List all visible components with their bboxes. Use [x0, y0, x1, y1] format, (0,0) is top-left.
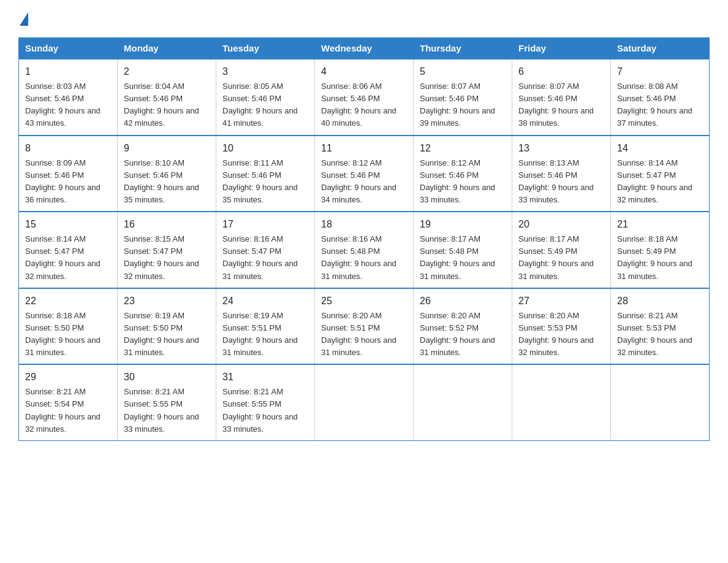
calendar-cell: 15Sunrise: 8:14 AMSunset: 5:47 PMDayligh…	[19, 212, 118, 288]
day-number: 18	[321, 217, 407, 232]
day-info: Sunrise: 8:19 AMSunset: 5:51 PMDaylight:…	[222, 310, 308, 359]
day-info: Sunrise: 8:14 AMSunset: 5:47 PMDaylight:…	[25, 233, 111, 283]
calendar-cell: 18Sunrise: 8:16 AMSunset: 5:48 PMDayligh…	[315, 212, 414, 288]
day-number: 19	[420, 217, 506, 232]
calendar-cell: 26Sunrise: 8:20 AMSunset: 5:52 PMDayligh…	[414, 288, 512, 365]
calendar-week-row: 1Sunrise: 8:03 AMSunset: 5:46 PMDaylight…	[19, 59, 710, 136]
day-number: 26	[420, 294, 506, 308]
day-number: 4	[321, 64, 407, 79]
logo-triangle-icon	[20, 12, 28, 26]
calendar-cell	[414, 364, 512, 440]
column-header-wednesday: Wednesday	[315, 38, 414, 59]
day-info: Sunrise: 8:17 AMSunset: 5:49 PMDaylight:…	[518, 233, 604, 283]
day-info: Sunrise: 8:10 AMSunset: 5:46 PMDaylight:…	[124, 157, 210, 207]
day-number: 20	[518, 217, 604, 232]
day-number: 11	[321, 141, 407, 156]
calendar-cell: 19Sunrise: 8:17 AMSunset: 5:48 PMDayligh…	[414, 212, 512, 288]
day-info: Sunrise: 8:16 AMSunset: 5:48 PMDaylight:…	[321, 233, 407, 283]
calendar-cell: 25Sunrise: 8:20 AMSunset: 5:51 PMDayligh…	[315, 288, 414, 365]
calendar-week-row: 22Sunrise: 8:18 AMSunset: 5:50 PMDayligh…	[19, 288, 710, 365]
day-info: Sunrise: 8:21 AMSunset: 5:53 PMDaylight:…	[617, 310, 703, 359]
calendar-cell	[315, 364, 414, 440]
column-header-tuesday: Tuesday	[216, 38, 315, 59]
day-info: Sunrise: 8:07 AMSunset: 5:46 PMDaylight:…	[518, 80, 604, 130]
day-info: Sunrise: 8:06 AMSunset: 5:46 PMDaylight:…	[321, 80, 407, 130]
day-info: Sunrise: 8:11 AMSunset: 5:46 PMDaylight:…	[222, 157, 308, 207]
day-info: Sunrise: 8:20 AMSunset: 5:51 PMDaylight:…	[321, 310, 407, 359]
calendar-cell: 22Sunrise: 8:18 AMSunset: 5:50 PMDayligh…	[19, 288, 118, 365]
calendar-cell: 14Sunrise: 8:14 AMSunset: 5:47 PMDayligh…	[611, 136, 710, 212]
day-number: 12	[420, 141, 506, 156]
day-number: 3	[222, 64, 308, 79]
column-header-friday: Friday	[512, 38, 611, 59]
day-info: Sunrise: 8:03 AMSunset: 5:46 PMDaylight:…	[25, 80, 111, 130]
calendar-cell: 5Sunrise: 8:07 AMSunset: 5:46 PMDaylight…	[414, 59, 512, 136]
calendar-cell: 29Sunrise: 8:21 AMSunset: 5:54 PMDayligh…	[19, 364, 118, 440]
calendar-cell: 24Sunrise: 8:19 AMSunset: 5:51 PMDayligh…	[216, 288, 315, 365]
day-info: Sunrise: 8:21 AMSunset: 5:55 PMDaylight:…	[222, 386, 308, 435]
calendar-cell: 9Sunrise: 8:10 AMSunset: 5:46 PMDaylight…	[118, 136, 216, 212]
calendar-cell: 23Sunrise: 8:19 AMSunset: 5:50 PMDayligh…	[118, 288, 216, 365]
day-info: Sunrise: 8:21 AMSunset: 5:54 PMDaylight:…	[25, 386, 111, 435]
day-number: 8	[25, 141, 111, 156]
calendar-cell: 11Sunrise: 8:12 AMSunset: 5:46 PMDayligh…	[315, 136, 414, 212]
day-number: 28	[617, 294, 703, 308]
day-info: Sunrise: 8:14 AMSunset: 5:47 PMDaylight:…	[617, 157, 703, 207]
day-number: 29	[25, 370, 111, 385]
calendar-cell: 7Sunrise: 8:08 AMSunset: 5:46 PMDaylight…	[611, 59, 710, 136]
column-header-saturday: Saturday	[611, 38, 710, 59]
day-number: 10	[222, 141, 308, 156]
page-header	[18, 12, 710, 26]
day-info: Sunrise: 8:18 AMSunset: 5:50 PMDaylight:…	[25, 310, 111, 359]
calendar-cell: 21Sunrise: 8:18 AMSunset: 5:49 PMDayligh…	[611, 212, 710, 288]
day-info: Sunrise: 8:20 AMSunset: 5:53 PMDaylight:…	[518, 310, 604, 359]
calendar-cell: 20Sunrise: 8:17 AMSunset: 5:49 PMDayligh…	[512, 212, 611, 288]
logo	[18, 12, 29, 26]
calendar-cell: 17Sunrise: 8:16 AMSunset: 5:47 PMDayligh…	[216, 212, 315, 288]
day-number: 13	[518, 141, 604, 156]
calendar-cell	[611, 364, 710, 440]
calendar-cell	[512, 364, 611, 440]
day-number: 7	[617, 64, 703, 79]
column-header-monday: Monday	[118, 38, 216, 59]
day-info: Sunrise: 8:21 AMSunset: 5:55 PMDaylight:…	[124, 386, 210, 435]
column-header-sunday: Sunday	[19, 38, 118, 59]
calendar-cell: 12Sunrise: 8:12 AMSunset: 5:46 PMDayligh…	[414, 136, 512, 212]
day-info: Sunrise: 8:07 AMSunset: 5:46 PMDaylight:…	[420, 80, 506, 130]
day-info: Sunrise: 8:19 AMSunset: 5:50 PMDaylight:…	[124, 310, 210, 359]
day-number: 23	[124, 294, 210, 308]
calendar-cell: 4Sunrise: 8:06 AMSunset: 5:46 PMDaylight…	[315, 59, 414, 136]
day-info: Sunrise: 8:12 AMSunset: 5:46 PMDaylight:…	[321, 157, 407, 207]
day-info: Sunrise: 8:16 AMSunset: 5:47 PMDaylight:…	[222, 233, 308, 283]
day-number: 1	[25, 64, 111, 79]
day-info: Sunrise: 8:09 AMSunset: 5:46 PMDaylight:…	[25, 157, 111, 207]
day-number: 16	[124, 217, 210, 232]
calendar-cell: 28Sunrise: 8:21 AMSunset: 5:53 PMDayligh…	[611, 288, 710, 365]
calendar-cell: 13Sunrise: 8:13 AMSunset: 5:46 PMDayligh…	[512, 136, 611, 212]
day-number: 2	[124, 64, 210, 79]
day-number: 17	[222, 217, 308, 232]
calendar-cell: 3Sunrise: 8:05 AMSunset: 5:46 PMDaylight…	[216, 59, 315, 136]
day-info: Sunrise: 8:20 AMSunset: 5:52 PMDaylight:…	[420, 310, 506, 359]
day-number: 22	[25, 294, 111, 308]
day-number: 30	[124, 370, 210, 385]
calendar-cell: 27Sunrise: 8:20 AMSunset: 5:53 PMDayligh…	[512, 288, 611, 365]
day-number: 21	[617, 217, 703, 232]
day-info: Sunrise: 8:13 AMSunset: 5:46 PMDaylight:…	[518, 157, 604, 207]
day-info: Sunrise: 8:15 AMSunset: 5:47 PMDaylight:…	[124, 233, 210, 283]
calendar-cell: 30Sunrise: 8:21 AMSunset: 5:55 PMDayligh…	[118, 364, 216, 440]
day-info: Sunrise: 8:12 AMSunset: 5:46 PMDaylight:…	[420, 157, 506, 207]
calendar-week-row: 15Sunrise: 8:14 AMSunset: 5:47 PMDayligh…	[19, 212, 710, 288]
calendar-cell: 2Sunrise: 8:04 AMSunset: 5:46 PMDaylight…	[118, 59, 216, 136]
day-info: Sunrise: 8:17 AMSunset: 5:48 PMDaylight:…	[420, 233, 506, 283]
calendar-cell: 6Sunrise: 8:07 AMSunset: 5:46 PMDaylight…	[512, 59, 611, 136]
day-info: Sunrise: 8:08 AMSunset: 5:46 PMDaylight:…	[617, 80, 703, 130]
calendar-cell: 8Sunrise: 8:09 AMSunset: 5:46 PMDaylight…	[19, 136, 118, 212]
day-number: 5	[420, 64, 506, 79]
day-number: 6	[518, 64, 604, 79]
day-number: 24	[222, 294, 308, 308]
day-info: Sunrise: 8:04 AMSunset: 5:46 PMDaylight:…	[124, 80, 210, 130]
calendar-cell: 10Sunrise: 8:11 AMSunset: 5:46 PMDayligh…	[216, 136, 315, 212]
calendar-week-row: 29Sunrise: 8:21 AMSunset: 5:54 PMDayligh…	[19, 364, 710, 440]
calendar-week-row: 8Sunrise: 8:09 AMSunset: 5:46 PMDaylight…	[19, 136, 710, 212]
